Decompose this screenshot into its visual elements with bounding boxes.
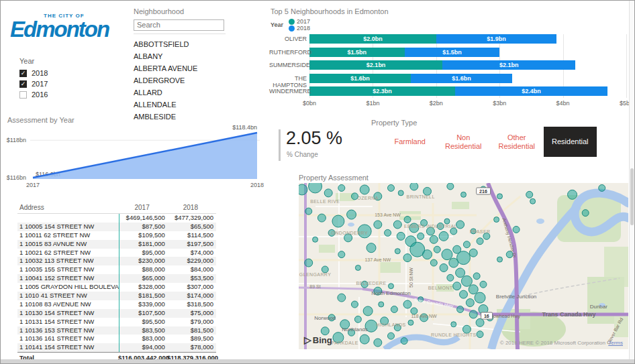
bar-segment-2018[interactable]: $1.5bn (405, 48, 500, 57)
property-bubble[interactable] (322, 266, 328, 273)
table-row[interactable]: 1 10141 154 STREET NW$94,000$78,000 (17, 343, 216, 352)
property-bubble[interactable] (338, 184, 345, 191)
table-row[interactable]: 1 10130 154 STREET NW$107,500$75,000 (17, 309, 216, 318)
property-bubble[interactable] (457, 306, 464, 312)
property-bubble[interactable] (393, 221, 401, 229)
table-header-2018[interactable]: 2018 (168, 202, 216, 213)
property-bubble[interactable] (348, 329, 355, 336)
property-bubble[interactable] (305, 259, 313, 267)
property-bubble[interactable] (463, 241, 470, 248)
property-bubble[interactable] (404, 217, 411, 223)
property-bubble[interactable] (450, 228, 457, 235)
property-bubble[interactable] (434, 246, 440, 253)
property-bubble[interactable] (439, 231, 448, 241)
property-bubble[interactable] (379, 302, 384, 307)
property-bubble[interactable] (332, 215, 344, 227)
table-row[interactable]: 1 10136 161 STREET NW$83,000$89,500 (17, 335, 216, 343)
property-bubble[interactable] (582, 210, 589, 217)
property-bubble[interactable] (408, 320, 413, 325)
table-row[interactable]: 1 10041 152 STREET NW$65,000$53,500 (17, 274, 216, 283)
bar-segment-2018[interactable]: $1.6bn (411, 74, 512, 83)
property-bubble[interactable] (355, 265, 360, 270)
property-bubble[interactable] (456, 268, 465, 278)
table-row[interactable]: 1 1010 41 STREET NW$181,500$174,000 (17, 292, 216, 300)
property-bubble[interactable] (365, 320, 377, 332)
table-row[interactable]: 1 10136 153 STREET NW$83,500$81,500 (17, 326, 216, 335)
table-row[interactable]: 1 1005 GRAYDON HILL BOULEVARD SW$328,000… (17, 283, 216, 292)
property-bubble[interactable] (475, 292, 485, 303)
table-row[interactable]: 1 10011 62 STREET NW$109,500$114,500 (17, 231, 216, 240)
property-bubble[interactable] (305, 208, 312, 215)
property-bubble[interactable] (457, 251, 471, 265)
property-bubble[interactable] (471, 229, 476, 234)
property-bubble[interactable] (466, 299, 474, 307)
bar-segment-2017[interactable]: $2.3bn (309, 86, 455, 96)
property-type-other-residential[interactable]: Other Residential (490, 127, 544, 157)
property-bubble[interactable] (483, 233, 490, 239)
property-bubble[interactable] (381, 317, 389, 325)
property-bubble[interactable] (444, 219, 450, 224)
property-bubble[interactable] (367, 243, 376, 253)
property-bubble[interactable] (409, 223, 419, 233)
property-bubble[interactable] (361, 281, 368, 288)
table-row[interactable]: 1 10131 154 STREET NW$95,500$79,000 (17, 318, 216, 326)
property-bubble[interactable] (403, 300, 411, 308)
property-bubble[interactable] (321, 327, 329, 335)
property-bubble[interactable] (473, 273, 480, 280)
table-row[interactable]: 1 10032 113 STREET NW$230,000$229,000 (17, 257, 216, 265)
property-bubble[interactable] (421, 220, 428, 227)
table-row[interactable]: 1 10108 83 AVENUE NW$339,000$318,500 (17, 300, 216, 309)
property-bubble[interactable] (447, 274, 454, 281)
property-bubble[interactable] (599, 184, 605, 191)
table-header-address[interactable]: Address (17, 202, 119, 213)
property-bubble[interactable] (360, 335, 369, 344)
property-bubble[interactable] (410, 183, 418, 190)
property-bubble[interactable] (568, 190, 577, 199)
neighbourhood-item[interactable]: ALBANY (134, 50, 226, 62)
property-bubble[interactable] (360, 185, 369, 194)
property-bubble[interactable] (388, 284, 393, 289)
property-bubble[interactable] (462, 325, 471, 333)
table-row[interactable]: 1 10005 154 STREET NW$87,500$65,500 (17, 223, 216, 231)
property-bubble[interactable] (363, 306, 373, 316)
property-bubble[interactable] (395, 249, 400, 254)
property-bubble[interactable] (418, 297, 424, 302)
neighbourhood-item[interactable]: ALLENDALE (134, 99, 226, 111)
property-bubble[interactable] (430, 235, 438, 243)
property-bubble[interactable] (328, 229, 335, 236)
property-bubble[interactable] (401, 338, 407, 345)
property-bubble[interactable] (351, 193, 358, 200)
property-bubble[interactable] (313, 237, 318, 242)
bar-segment-2017[interactable]: $1.6bn (309, 74, 411, 83)
bar-segment-2018[interactable]: $1.9bn (436, 34, 556, 44)
property-bubble[interactable] (469, 249, 477, 257)
property-bubble[interactable] (338, 294, 346, 302)
property-bubble[interactable] (469, 285, 478, 294)
property-bubble[interactable] (385, 229, 391, 236)
property-assessment-map[interactable]: BELLE RIVEOZERNABRINTNELL153 Ave NWEBBER… (299, 183, 628, 349)
property-type-non-residential[interactable]: Non Residential (437, 127, 491, 157)
property-bubble[interactable] (440, 263, 448, 271)
map-terms-link[interactable]: Terms (608, 340, 623, 346)
scrollbar-thumb[interactable] (630, 168, 634, 225)
property-bubble[interactable] (347, 210, 356, 219)
property-bubble[interactable] (513, 226, 520, 233)
property-bubble[interactable] (477, 331, 483, 338)
property-type-farmland[interactable]: Farmland (383, 127, 437, 157)
property-bubble[interactable] (398, 190, 403, 196)
property-bubble[interactable] (420, 314, 428, 322)
property-bubble[interactable] (340, 320, 350, 329)
neighbourhood-item[interactable]: ABBOTTSFIELD (134, 38, 226, 50)
table-row[interactable]: 1 10021 62 STREET NW$95,000$74,000 (17, 249, 216, 257)
legend-item-2017[interactable]: 2017 (289, 18, 310, 25)
property-bubble[interactable] (426, 227, 434, 235)
property-bubble[interactable] (460, 290, 468, 298)
year-checkbox-2016[interactable]: 2016 (19, 89, 48, 100)
property-bubble[interactable] (423, 187, 431, 195)
neighbourhood-item[interactable]: ALDERGROVE (134, 74, 226, 86)
property-bubble[interactable] (451, 322, 456, 327)
property-bubble[interactable] (299, 184, 307, 195)
property-bubble[interactable] (497, 194, 503, 199)
table-row[interactable]: $469,146,500$477,329,000 (17, 214, 216, 223)
property-bubble[interactable] (394, 324, 401, 331)
